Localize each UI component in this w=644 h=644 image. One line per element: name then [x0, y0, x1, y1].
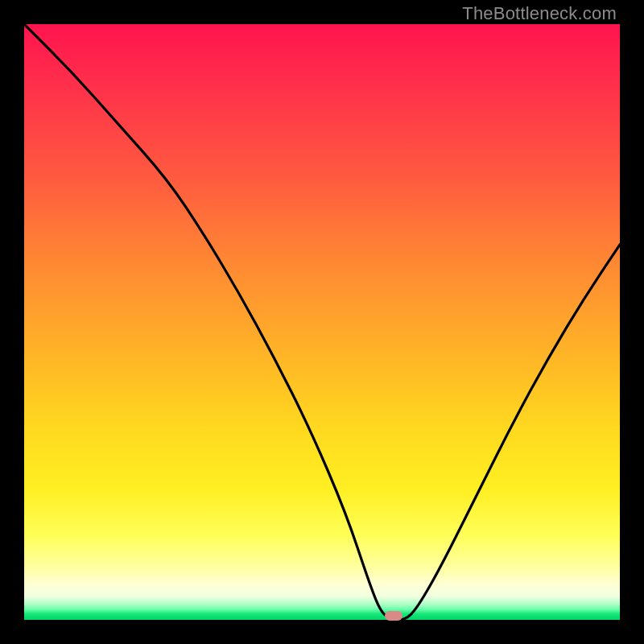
- optimum-marker: [385, 611, 402, 621]
- bottleneck-curve: [24, 24, 620, 620]
- watermark-text: TheBottleneck.com: [462, 3, 617, 24]
- chart-frame: TheBottleneck.com: [0, 0, 644, 644]
- plot-area: [24, 24, 620, 620]
